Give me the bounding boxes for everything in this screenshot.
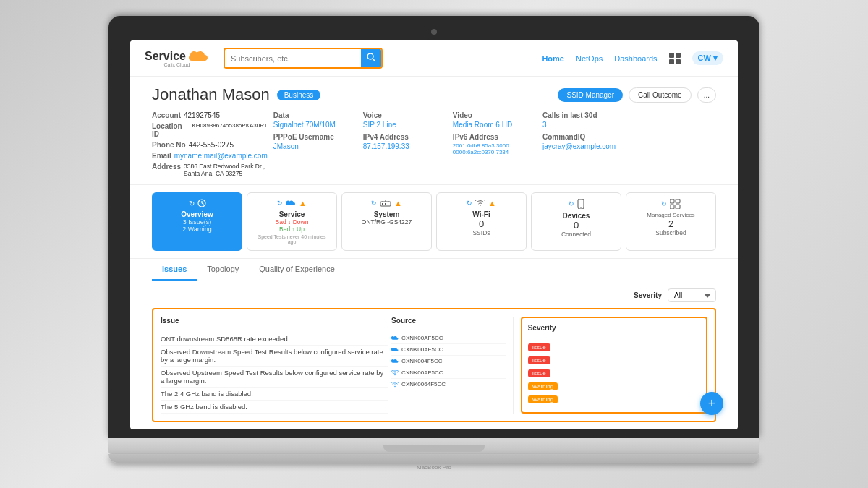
tab-qoe[interactable]: Quality of Experience [249,259,345,281]
severity-badge-1: Issue [528,356,550,364]
issues-left-panel: Issue Source ONT downstream SD868R rate … [161,317,514,414]
info-col-account: Account 421927545 Location ID KH08938674… [152,111,268,179]
phone-value: 442-555-0275 [189,141,234,150]
pppoe-value[interactable]: JMason [273,142,357,150]
service-status-up: Bad ↑ Up [253,226,331,233]
source-row: CXNK0064F5CC [391,379,506,390]
nav-home[interactable]: Home [542,54,564,63]
svg-rect-13 [670,199,674,203]
logo-area: Service Calix Cloud [145,49,209,67]
card-wifi[interactable]: ↻ ▲ Wi-Fi 0 SSIDs [436,192,527,251]
wifi-count: 0 [443,218,520,229]
info-col-voice: Voice SIP 2 Line IPv4 Address 87.157.199… [363,111,447,179]
calls-value[interactable]: 3 [542,121,626,129]
ipv4-value[interactable]: 87.157.199.33 [363,142,447,150]
managed-subtitle: Managed Services [632,212,710,218]
search-area [224,48,383,69]
svg-line-1 [373,59,375,61]
severity-filter: Severity All Issue Warning [152,288,716,302]
managed-count: 2 [632,218,710,229]
source-row: CXNK00AF5CC [391,367,506,379]
refresh-icon-managed: ↻ [661,200,667,207]
nav-netops[interactable]: NetOps [576,54,603,63]
nav-links: Home NetOps Dashboards CW ▾ [542,51,723,65]
warning-icon-system: ▲ [394,199,402,207]
refresh-icon-devices: ↻ [569,200,574,207]
laptop-foot [109,454,760,463]
devices-label: Connected [537,231,615,238]
card-devices[interactable]: ↻ Devices 0 Connected [531,192,621,251]
fab-button[interactable]: + [700,392,723,415]
cloud-logo-icon [189,49,209,64]
source-id: CXNK00AF5CC [401,335,443,341]
severity-filter-label: Severity [634,291,662,299]
ssid-manager-button[interactable]: SSID Manager [558,88,623,102]
table-row: Observed Downstream Speed Test Results b… [161,346,388,367]
tab-issues[interactable]: Issues [152,259,197,281]
user-menu[interactable]: CW ▾ [692,51,723,65]
ipv6-value[interactable]: 2001:0db8:85a3:3000: 0000:6a2c:0370:7334 [453,142,537,155]
source-id-4: CXNK00AF5CC [401,369,443,376]
service-status-down: Bad ↓ Down [253,218,331,226]
more-button[interactable]: ... [697,87,716,103]
data-value[interactable]: Signalnet 70M/10M [273,121,357,129]
info-col-data: Data Signalnet 70M/10M PPPoE Username JM… [273,111,357,179]
svg-rect-7 [385,203,386,205]
system-ont: ONT/RG -GS4227 [348,218,425,226]
app-header: Service Calix Cloud [130,40,738,77]
info-col-calls: Calls in last 30d 3 CommandIQ jaycray@ex… [542,111,626,179]
table-row: The 2.4 GHz band is disabled. [161,388,388,401]
severity-select[interactable]: All Issue Warning [668,288,716,302]
call-outcome-button[interactable]: Call Outcome [629,87,692,103]
search-button[interactable] [361,49,381,67]
search-input[interactable] [225,51,361,67]
card-managed[interactable]: ↻ Managed Services 2 Subscribed [626,192,716,251]
account-value: 421927545 [184,111,220,121]
issues-right-panel: Severity Issue Issue Issue Warn [521,317,707,414]
wifi-icon [475,200,485,207]
severity-row: Warning [528,392,700,405]
card-wifi-title: Wi-Fi [443,210,520,218]
card-system[interactable]: ↻ ▲ System ONT/RG [341,192,432,251]
info-col-video: Video Media Room 6 HD IPv6 Address 2001:… [453,111,537,179]
laptop-notch [383,445,485,452]
grid-icon[interactable] [669,53,681,64]
router-icon [380,200,391,207]
card-system-title: System [348,210,425,218]
customer-section: Jonathan Mason Business SSID Manager Cal… [130,77,738,185]
source-col-header: Source [391,317,506,328]
svg-line-4 [202,203,204,205]
voice-value[interactable]: SIP 2 Line [363,121,447,129]
tab-topology[interactable]: Topology [197,259,249,281]
commandiq-value[interactable]: jaycray@example.com [542,142,626,150]
card-overview-issues: 3 Issue(s) [158,218,236,226]
wifi-source-icon [391,370,399,376]
source-list: CXNK00AF5CC CXNK00AF5CC CXNK004F5CC [391,333,506,414]
email-value[interactable]: myname:mail@example.com [174,152,268,161]
svg-rect-15 [670,205,674,209]
phone-icon [577,199,584,209]
table-row: Observed Upstream Speed Test Results bel… [161,367,388,388]
issues-section: Severity All Issue Warning Issue Sou [130,281,738,429]
issues-table-header: Issue Source [161,317,506,333]
severity-row: Issue [528,353,700,366]
table-row: ONT downstream SD868R rate exceeded [161,333,388,346]
card-service[interactable]: ↻ ▲ Service Bad ↓ Down Bad ↑ Up Speed Te… [247,192,337,251]
search-icon [367,53,375,61]
location-value: KH0893867455385PKA30RT [192,122,267,140]
severity-col-header: Severity [528,324,700,335]
devices-count: 0 [537,220,615,231]
issues-rows: ONT downstream SD868R rate exceeded Obse… [161,333,506,414]
customer-name: Jonathan Mason [152,85,270,104]
severity-row: Issue [528,340,700,353]
card-overview[interactable]: ↻ Overview 3 Issue(s) 2 Warning [152,192,242,251]
video-value[interactable]: Media Room 6 HD [453,121,537,129]
service-speed-note: Speed Tests never 40 minutes ago [253,234,331,244]
nav-dashboards[interactable]: Dashboards [614,54,657,63]
card-overview-title: Overview [158,210,236,218]
laptop-base [109,438,760,454]
severity-row: Warning [528,379,700,392]
laptop-screen: Service Calix Cloud [130,40,738,429]
warning-icon: ▲ [299,199,307,207]
customer-info-grid: Account 421927545 Location ID KH08938674… [152,111,716,179]
